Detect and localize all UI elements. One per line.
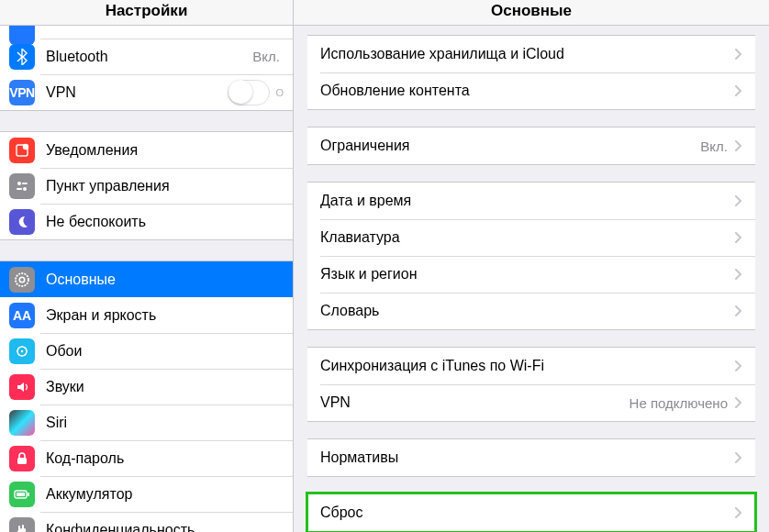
row-value: Вкл.	[700, 139, 728, 154]
privacy-icon	[9, 517, 35, 533]
sidebar-item-bluetooth[interactable]: Bluetooth Вкл.	[0, 39, 293, 74]
chevron-right-icon	[735, 507, 742, 518]
row-label: Синхронизация с iTunes по Wi-Fi	[320, 358, 735, 374]
row-keyboard[interactable]: Клавиатура	[307, 219, 755, 256]
sidebar-item-label: Код-пароль	[46, 450, 284, 467]
chevron-right-icon	[735, 140, 742, 151]
sidebar-item-label: Обои	[46, 343, 284, 360]
display-brightness-icon: AA	[9, 303, 35, 328]
row-label: Дата и время	[320, 193, 735, 209]
row-background-refresh[interactable]: Обновление контента	[307, 72, 755, 109]
sidebar-item-label: Bluetooth	[46, 49, 252, 65]
sidebar-item-vpn[interactable]: VPN VPN O	[0, 74, 293, 110]
row-label: Использование хранилища и iCloud	[320, 46, 735, 62]
chevron-right-icon	[735, 232, 742, 243]
bluetooth-icon	[9, 44, 35, 70]
sidebar-item-partial[interactable]	[0, 26, 293, 39]
row-dictionary[interactable]: Словарь	[307, 293, 755, 329]
sidebar-item-general[interactable]: Основные	[0, 261, 293, 297]
sidebar-item-label: Пункт управления	[46, 178, 284, 194]
sidebar-item-passcode[interactable]: Код-пароль	[0, 440, 293, 476]
row-label: Язык и регион	[320, 266, 735, 283]
siri-icon	[9, 410, 35, 436]
chevron-right-icon	[735, 269, 742, 280]
row-label: Сброс	[320, 504, 735, 521]
row-datetime[interactable]: Дата и время	[307, 183, 755, 219]
sidebar-item-display[interactable]: AA Экран и яркость	[0, 297, 293, 333]
chevron-right-icon	[735, 360, 742, 371]
row-regulatory[interactable]: Нормативы	[307, 439, 755, 476]
sidebar-item-notifications[interactable]: Уведомления	[0, 132, 293, 168]
detail-scroll[interactable]: Использование хранилища и iCloud Обновле…	[294, 26, 769, 532]
sidebar-item-privacy[interactable]: Конфиденциальность	[0, 512, 293, 532]
row-itunes-wifi[interactable]: Синхронизация с iTunes по Wi-Fi	[307, 348, 755, 384]
chevron-right-icon	[735, 452, 742, 463]
lock-icon	[9, 446, 35, 471]
chevron-right-icon	[735, 85, 742, 96]
sidebar-title: Настройки	[0, 0, 293, 26]
sidebar-scroll[interactable]: Bluetooth Вкл. VPN VPN O Уведомления	[0, 26, 293, 532]
sidebar-group-connectivity: Bluetooth Вкл. VPN VPN O	[0, 26, 293, 111]
svg-rect-5	[17, 188, 22, 190]
sidebar-group-notifications: Уведомления Пункт управления Не беспокои…	[0, 131, 293, 240]
notifications-icon	[9, 138, 35, 163]
group-restrictions: Ограничения Вкл.	[307, 127, 755, 165]
row-vpn[interactable]: VPN Не подключено	[307, 384, 755, 421]
row-value: Не подключено	[630, 395, 728, 411]
sidebar-item-label: Основные	[46, 272, 284, 288]
svg-point-6	[16, 273, 28, 286]
group-reset: Сброс	[307, 493, 755, 532]
sidebar-item-label: Не беспокоить	[46, 214, 284, 230]
group-localization: Дата и время Клавиатура Язык и регион Сл…	[307, 182, 755, 330]
moon-icon	[9, 209, 35, 235]
sidebar-item-siri[interactable]: Siri	[0, 405, 293, 440]
sidebar-item-label: Аккумулятор	[46, 486, 284, 503]
svg-point-7	[19, 277, 24, 282]
control-center-icon	[9, 173, 35, 199]
sidebar-item-battery[interactable]: Аккумулятор	[0, 476, 293, 512]
svg-rect-3	[22, 183, 28, 184]
row-label: Клавиатура	[320, 229, 735, 246]
group-storage: Использование хранилища и iCloud Обновле…	[307, 35, 755, 110]
sidebar-item-wallpaper[interactable]: Обои	[0, 333, 293, 369]
settings-sidebar: Настройки Bluetooth Вкл. VPN VPN O	[0, 0, 294, 532]
chevron-right-icon	[735, 305, 742, 316]
row-label: Нормативы	[320, 449, 735, 466]
vpn-switch[interactable]	[228, 80, 270, 105]
sidebar-item-label: Звуки	[46, 379, 284, 395]
svg-point-2	[17, 182, 21, 185]
sidebar-item-label: Уведомления	[46, 142, 284, 159]
chevron-right-icon	[735, 195, 742, 206]
detail-title: Основные	[294, 0, 769, 26]
switch-off-indicator: O	[275, 87, 284, 98]
svg-rect-10	[17, 458, 27, 464]
sounds-icon	[9, 374, 35, 400]
svg-rect-13	[28, 493, 29, 496]
sidebar-item-label: Конфиденциальность	[46, 522, 284, 533]
sidebar-item-label: Siri	[46, 415, 284, 431]
svg-rect-12	[17, 493, 25, 496]
vpn-icon: VPN	[9, 80, 35, 105]
row-label: Обновление контента	[320, 83, 735, 99]
row-language[interactable]: Язык и регион	[307, 256, 755, 293]
svg-point-1	[23, 143, 28, 149]
row-storage[interactable]: Использование хранилища и iCloud	[307, 36, 755, 72]
sidebar-item-dnd[interactable]: Не беспокоить	[0, 204, 293, 239]
row-label: Ограничения	[320, 138, 700, 154]
sidebar-item-controlcenter[interactable]: Пункт управления	[0, 168, 293, 204]
group-regulatory: Нормативы	[307, 438, 755, 477]
group-sync: Синхронизация с iTunes по Wi-Fi VPN Не п…	[307, 347, 755, 422]
sidebar-item-value: Вкл.	[252, 49, 280, 64]
sidebar-item-sounds[interactable]: Звуки	[0, 369, 293, 405]
battery-icon	[9, 482, 35, 507]
row-reset[interactable]: Сброс	[307, 494, 755, 531]
sidebar-item-label: Экран и яркость	[46, 307, 284, 324]
row-label: VPN	[320, 394, 630, 411]
svg-point-4	[23, 187, 27, 191]
sidebar-group-system: Основные AA Экран и яркость Обои Звуки	[0, 260, 293, 532]
svg-point-9	[21, 349, 24, 352]
sidebar-item-label: VPN	[46, 84, 228, 101]
row-restrictions[interactable]: Ограничения Вкл.	[307, 127, 755, 164]
row-label: Словарь	[320, 303, 735, 319]
wallpaper-icon	[9, 338, 35, 364]
